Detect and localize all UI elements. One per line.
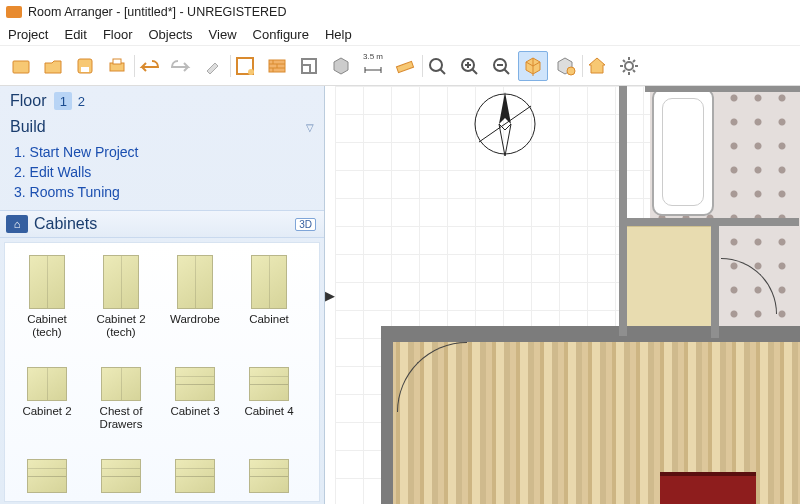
- cabinet-thumb-icon: [93, 249, 149, 311]
- floor-tab-1[interactable]: 1: [54, 92, 72, 110]
- gallery-item[interactable]: [87, 433, 155, 502]
- walkthrough-icon[interactable]: [550, 51, 580, 81]
- wall[interactable]: [381, 326, 393, 504]
- gallery-item[interactable]: Cabinet (tech): [13, 249, 81, 339]
- cabinet-thumb-icon: [241, 249, 297, 311]
- build-step-1[interactable]: 1. Start New Project: [14, 142, 320, 162]
- toolbar: 3.5 m: [0, 46, 800, 86]
- edit-walls-icon[interactable]: [230, 51, 260, 81]
- category-nav-icon[interactable]: ⌂: [6, 215, 28, 233]
- gallery-item[interactable]: Chest of Drawers: [87, 341, 155, 431]
- measure-tool-icon[interactable]: [390, 51, 420, 81]
- cabinet-thumb-icon: [167, 433, 223, 495]
- menu-configure[interactable]: Configure: [253, 27, 309, 42]
- menubar: ProjectEditFloorObjectsViewConfigureHelp: [0, 24, 800, 46]
- svg-point-13: [625, 62, 633, 70]
- new-project-icon[interactable]: [6, 51, 36, 81]
- app-logo-icon: [6, 6, 22, 18]
- collapse-icon: ▽: [306, 122, 314, 133]
- gallery-item[interactable]: Cabinet: [235, 249, 303, 339]
- gallery-item-label: Chest of Drawers: [87, 405, 155, 431]
- build-step-3[interactable]: 3. Rooms Tuning: [14, 182, 320, 202]
- badge-3d[interactable]: 3D: [295, 218, 316, 231]
- gallery-item[interactable]: Cabinet 4: [235, 341, 303, 431]
- save-icon[interactable]: [70, 51, 100, 81]
- titlebar: Room Arranger - [untitled*] - UNREGISTER…: [0, 0, 800, 24]
- floor-label: Floor: [10, 92, 46, 110]
- red-furniture-object[interactable]: [660, 472, 756, 504]
- svg-marker-15: [499, 92, 511, 124]
- measure-icon[interactable]: 3.5 m: [358, 51, 388, 81]
- cabinet-thumb-icon: [241, 433, 297, 495]
- undo-icon[interactable]: [134, 51, 164, 81]
- gallery-item-label: Cabinet 3: [161, 405, 229, 431]
- gallery-item-label: Cabinet 2: [13, 405, 81, 431]
- wall[interactable]: [645, 86, 800, 92]
- zoom-in-icon[interactable]: [454, 51, 484, 81]
- category-name: Cabinets: [34, 215, 289, 233]
- gallery-item[interactable]: Cabinet 3: [161, 341, 229, 431]
- paint-icon[interactable]: [198, 51, 228, 81]
- gallery-item-label: Cabinet 2 (tech): [87, 313, 155, 339]
- gallery-item-label: Cabinet 4: [235, 405, 303, 431]
- svg-rect-0: [13, 61, 29, 73]
- menu-objects[interactable]: Objects: [149, 27, 193, 42]
- home-icon[interactable]: [582, 51, 612, 81]
- object-gallery[interactable]: Cabinet (tech)Cabinet 2 (tech)WardrobeCa…: [4, 242, 320, 502]
- rooms-icon[interactable]: [294, 51, 324, 81]
- cabinet-thumb-icon: [241, 341, 297, 403]
- menu-edit[interactable]: Edit: [64, 27, 86, 42]
- floor-tab-2[interactable]: 2: [72, 92, 90, 110]
- gallery-item-label: [161, 497, 229, 502]
- gallery-item-label: Wardrobe: [161, 313, 229, 339]
- gallery-item[interactable]: [161, 433, 229, 502]
- wall[interactable]: [619, 218, 799, 226]
- gallery-item[interactable]: Cabinet 2: [13, 341, 81, 431]
- floorplan-canvas[interactable]: [335, 86, 800, 504]
- window-title: Room Arranger - [untitled*] - UNREGISTER…: [28, 5, 286, 19]
- cabinet-thumb-icon: [19, 249, 75, 311]
- wall[interactable]: [711, 218, 719, 338]
- gallery-item-label: [13, 497, 81, 502]
- gallery-item[interactable]: [13, 433, 81, 502]
- open-icon[interactable]: [38, 51, 68, 81]
- menu-help[interactable]: Help: [325, 27, 352, 42]
- build-label: Build: [10, 118, 46, 136]
- zoom-out-icon[interactable]: [486, 51, 516, 81]
- cabinet-thumb-icon: [93, 341, 149, 403]
- gallery-item[interactable]: [235, 433, 303, 502]
- cabinet-thumb-icon: [19, 433, 75, 495]
- gallery-item-label: Cabinet (tech): [13, 313, 81, 339]
- menu-view[interactable]: View: [209, 27, 237, 42]
- view-3d-icon[interactable]: [518, 51, 548, 81]
- splitter-handle[interactable]: ▶: [325, 86, 335, 504]
- gallery-item[interactable]: Cabinet 2 (tech): [87, 249, 155, 339]
- cabinet-thumb-icon: [19, 341, 75, 403]
- zoom-fit-icon[interactable]: [422, 51, 452, 81]
- sidebar: Floor 12 Build ▽ 1. Start New Project2. …: [0, 86, 325, 504]
- gallery-item[interactable]: Wardrobe: [161, 249, 229, 339]
- wall-pattern-icon[interactable]: [262, 51, 292, 81]
- build-step-2[interactable]: 2. Edit Walls: [14, 162, 320, 182]
- cabinet-thumb-icon: [167, 249, 223, 311]
- svg-marker-16: [499, 124, 511, 156]
- redo-icon[interactable]: [166, 51, 196, 81]
- build-steps: 1. Start New Project2. Edit Walls3. Room…: [0, 138, 324, 210]
- compass-icon: [465, 86, 545, 164]
- gallery-item-label: [235, 497, 303, 502]
- wall[interactable]: [381, 326, 800, 342]
- build-header[interactable]: Build ▽: [0, 114, 324, 138]
- category-header[interactable]: ⌂ Cabinets 3D: [0, 210, 324, 238]
- settings-icon[interactable]: [614, 51, 644, 81]
- print-icon[interactable]: [102, 51, 132, 81]
- bathtub-object[interactable]: [652, 88, 714, 216]
- objects-3d-icon[interactable]: [326, 51, 356, 81]
- svg-point-12: [567, 67, 575, 75]
- menu-floor[interactable]: Floor: [103, 27, 133, 42]
- beige-floor-area: [625, 226, 715, 336]
- workspace: Floor 12 Build ▽ 1. Start New Project2. …: [0, 86, 800, 504]
- wall[interactable]: [619, 86, 627, 336]
- menu-project[interactable]: Project: [8, 27, 48, 42]
- floor-selector: Floor 12: [0, 86, 324, 114]
- gallery-item-label: Cabinet: [235, 313, 303, 339]
